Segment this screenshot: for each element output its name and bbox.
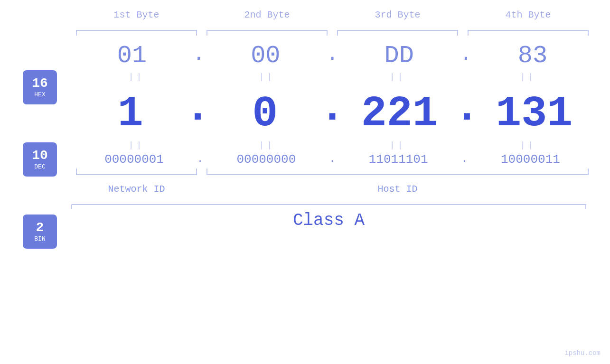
byte-header-4: 4th Byte (463, 9, 593, 20)
bin-value-2: 00000000 (203, 152, 329, 167)
eq-2-3: || (332, 140, 463, 150)
bin-dot-3: . (461, 153, 468, 166)
bracket-cell-4 (463, 25, 593, 35)
dec-value-3: 221 (340, 90, 459, 138)
eq-1-3: || (332, 72, 463, 82)
hex-value-2: 00 (205, 42, 326, 70)
host-id-bracket (202, 170, 593, 179)
network-id-label: Network ID (71, 184, 202, 195)
dec-row: 1 . 0 . 221 . 131 (71, 84, 593, 138)
hex-row: 01 . 00 . DD . 83 (71, 42, 593, 70)
watermark: ipshu.com (564, 349, 601, 357)
byte-header-3: 3rd Byte (332, 9, 463, 20)
bin-label: BIN (34, 235, 45, 243)
hex-dot-2: . (326, 43, 338, 68)
eq-2-2: || (202, 140, 332, 150)
dec-value-1: 1 (71, 90, 189, 138)
byte-headers: 1st Byte 2nd Byte 3rd Byte 4th Byte (71, 9, 593, 20)
bracket-right-4 (588, 30, 589, 36)
bin-badge: 2 BIN (23, 215, 57, 249)
class-label: Class A (71, 211, 586, 230)
bracket-cell-1 (71, 25, 202, 35)
bracket-line-1 (76, 30, 197, 31)
class-bracket-right (585, 204, 586, 209)
bin-row: 00000001 . 00000000 . 11011101 . 1000001… (71, 152, 593, 167)
bracket-line-3 (337, 30, 458, 31)
bin-value-3: 11011101 (336, 152, 461, 167)
network-id-bracket (71, 170, 202, 179)
dec-badge: 10 DEC (23, 142, 57, 177)
bottom-brackets (71, 170, 593, 179)
hex-dot-3: . (460, 43, 472, 68)
bracket-line-4 (468, 30, 589, 31)
eq-1-1: || (71, 72, 202, 82)
network-bracket-right (196, 168, 197, 174)
id-labels: Network ID Host ID (71, 184, 593, 195)
dec-number: 10 (32, 149, 48, 162)
hex-label: HEX (34, 91, 45, 98)
byte-header-1: 1st Byte (71, 9, 202, 20)
bracket-line-2 (206, 30, 328, 31)
class-bracket-line (71, 204, 586, 205)
network-bracket-left (76, 168, 77, 174)
equals-row-2: || || || || (71, 140, 593, 150)
class-bracket-left (71, 204, 72, 209)
dec-value-2: 0 (206, 90, 324, 138)
network-bracket-line (76, 174, 197, 175)
eq-1-2: || (202, 72, 332, 82)
hex-value-3: DD (338, 42, 460, 70)
bracket-cell-2 (202, 25, 332, 35)
bin-value-1: 00000001 (71, 152, 197, 167)
bracket-cell-3 (332, 25, 463, 35)
base-badges: 16 HEX 10 DEC 2 BIN (23, 70, 57, 287)
top-brackets (71, 25, 593, 35)
hex-value-1: 01 (71, 42, 193, 70)
eq-2-1: || (71, 140, 202, 150)
dec-value-4: 131 (475, 90, 593, 138)
hex-number: 16 (32, 77, 48, 90)
host-bracket-left (206, 168, 207, 174)
eq-2-4: || (463, 140, 593, 150)
class-section: Class A (71, 204, 586, 230)
bin-number: 2 (36, 221, 44, 234)
byte-header-2: 2nd Byte (202, 9, 332, 20)
hex-badge: 16 HEX (23, 70, 57, 104)
equals-row-1: || || || || (71, 72, 593, 82)
eq-1-4: || (463, 72, 593, 82)
hex-value-4: 83 (472, 42, 593, 70)
bracket-right-2 (327, 30, 328, 36)
hex-dot-1: . (193, 43, 205, 68)
bracket-right-3 (457, 30, 458, 36)
bin-value-4: 10000011 (468, 152, 593, 167)
bin-dot-2: . (329, 153, 335, 166)
bin-dot-1: . (197, 153, 203, 166)
host-bracket-right (588, 168, 589, 174)
host-id-label: Host ID (202, 184, 593, 195)
bracket-right-1 (196, 30, 197, 36)
main-container: 16 HEX 10 DEC 2 BIN 1st Byte 2nd Byte 3r… (0, 0, 610, 364)
host-bracket-line (206, 174, 589, 175)
dec-label: DEC (34, 163, 45, 170)
